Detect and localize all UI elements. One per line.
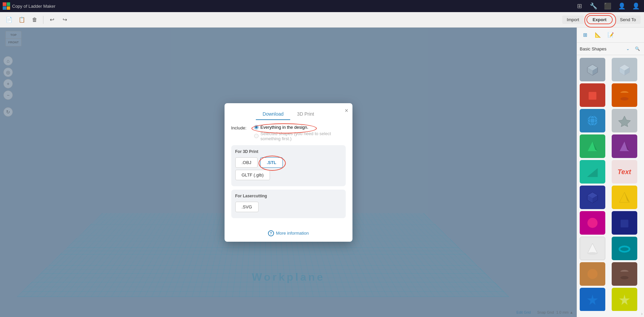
svg-point-11 bbox=[620, 97, 629, 101]
grid-icon-btn[interactable]: ⊞ bbox=[580, 30, 590, 40]
svg-marker-21 bbox=[587, 168, 598, 177]
shape-pyramid-purple[interactable] bbox=[612, 134, 637, 158]
svg-point-31 bbox=[587, 252, 598, 255]
shapes-button[interactable]: ⬛ bbox=[602, 1, 613, 11]
modal-body: Include: Everything in the design. Selec… bbox=[225, 120, 352, 226]
shapes-title: Basic Shapes bbox=[580, 46, 607, 51]
notes-icon-btn[interactable]: 📝 bbox=[605, 30, 616, 40]
grid-view-button[interactable]: ⊞ bbox=[574, 1, 585, 11]
shape-star-lime[interactable] bbox=[612, 288, 637, 311]
svg-point-12 bbox=[587, 116, 598, 126]
redo-button[interactable]: ↪ bbox=[59, 14, 70, 26]
shape-sphere-magenta[interactable] bbox=[580, 211, 605, 235]
top-bar: Copy of Ladder Maker ⊞ 🔧 ⬛ 👤 👤 bbox=[0, 0, 644, 12]
account-button[interactable]: 👤 bbox=[631, 1, 641, 11]
option-selected[interactable]: Selected shapes (you need to select some… bbox=[254, 131, 346, 141]
copy-button[interactable]: 📋 bbox=[16, 14, 28, 26]
sendto-button[interactable]: Send To bbox=[615, 15, 641, 24]
modal-footer: ? More information bbox=[225, 226, 352, 242]
section-3dprint-title: For 3D Print bbox=[235, 149, 342, 154]
radio-options: Everything in the design. Selected shape… bbox=[254, 125, 346, 141]
radio-selected[interactable] bbox=[254, 134, 259, 138]
tab-download[interactable]: Download bbox=[256, 109, 290, 120]
shape-pyramid-green[interactable] bbox=[580, 134, 605, 158]
shapes-dropdown-button[interactable]: ⌄ bbox=[624, 45, 632, 53]
btn-stl[interactable]: .STL bbox=[260, 157, 282, 168]
delete-button[interactable]: 🗑 bbox=[29, 14, 40, 26]
toolbar-separator bbox=[43, 16, 43, 24]
svg-marker-15 bbox=[618, 116, 631, 127]
btn-gltf[interactable]: GLTF (.glb) bbox=[235, 170, 270, 180]
app-logo: Copy of Ladder Maker bbox=[3, 2, 56, 10]
ruler-icon-btn[interactable]: 📐 bbox=[592, 30, 603, 40]
shape-wedge-cyan[interactable] bbox=[580, 160, 605, 184]
svg-point-36 bbox=[620, 276, 629, 279]
shape-cone-white[interactable] bbox=[580, 237, 605, 260]
export-button[interactable]: Export bbox=[586, 15, 612, 24]
modal-header: Download 3D Print × bbox=[225, 103, 352, 120]
shape-cube-blue2[interactable] bbox=[612, 211, 637, 235]
shape-cube-gray[interactable] bbox=[580, 58, 605, 81]
shapes-search-button[interactable]: 🔍 bbox=[633, 45, 641, 53]
more-info-link[interactable]: ? More information bbox=[268, 230, 309, 236]
undo-button[interactable]: ↩ bbox=[46, 14, 58, 26]
svg-point-28 bbox=[587, 218, 598, 228]
svg-marker-37 bbox=[587, 294, 598, 305]
shape-pyramid-yellow[interactable] bbox=[612, 186, 637, 209]
svg-rect-8 bbox=[588, 92, 597, 100]
canvas-area: TOP FRONT ⌂ ◎ + − ↻ Workplane Edit Grid … bbox=[0, 28, 577, 317]
shape-torus-teal[interactable] bbox=[612, 237, 637, 260]
app-title: Copy of Ladder Maker bbox=[12, 4, 56, 9]
modal-tabs: Download 3D Print bbox=[256, 109, 321, 120]
include-label: Include: bbox=[231, 125, 251, 130]
shape-cylinder-brown[interactable] bbox=[612, 262, 637, 286]
shape-cube-light[interactable] bbox=[612, 58, 637, 81]
svg-point-33 bbox=[587, 269, 598, 279]
modal-overlay: Download 3D Print × Include: Everything … bbox=[0, 28, 577, 317]
add-user-button[interactable]: 👤 bbox=[616, 1, 627, 11]
more-info-icon: ? bbox=[268, 230, 274, 236]
shapes-controls: ⌄ 🔍 bbox=[624, 45, 641, 53]
right-panel: ⊞ 📐 📝 Basic Shapes ⌄ 🔍 bbox=[577, 28, 644, 317]
format-btns-3d-2: GLTF (.glb) bbox=[235, 170, 342, 180]
shape-cube-red[interactable] bbox=[580, 83, 605, 107]
toolbar-right: Import Export Send To bbox=[562, 15, 641, 24]
more-info-label: More information bbox=[276, 231, 309, 236]
option-everything[interactable]: Everything in the design. bbox=[254, 125, 346, 130]
import-button[interactable]: Import bbox=[562, 15, 584, 24]
btn-obj[interactable]: .OBJ bbox=[235, 157, 258, 168]
shape-sphere-tan[interactable] bbox=[580, 262, 605, 286]
new-button[interactable]: 📄 bbox=[3, 14, 15, 26]
option-everything-label: Everything in the design. bbox=[261, 125, 308, 130]
export-button-wrapper: Export bbox=[586, 15, 612, 24]
shape-cube-navy[interactable] bbox=[580, 186, 605, 209]
option-selected-label: Selected shapes (you need to select some… bbox=[261, 131, 346, 141]
right-toolbar: ⊞ 📐 📝 bbox=[577, 28, 644, 43]
tab-3dprint[interactable]: 3D Print bbox=[290, 109, 321, 120]
tools-button[interactable]: 🔧 bbox=[588, 1, 599, 11]
shapes-grid: Text bbox=[577, 55, 644, 311]
svg-marker-30 bbox=[587, 243, 598, 253]
logo-grid bbox=[3, 2, 10, 10]
chevron-right-icon[interactable]: › bbox=[641, 311, 643, 316]
shape-cylinder-orange[interactable] bbox=[612, 83, 637, 107]
format-btns-3d: .OBJ .STL bbox=[235, 157, 342, 168]
shape-silver[interactable] bbox=[612, 109, 637, 132]
svg-point-32 bbox=[619, 246, 630, 252]
include-row: Include: Everything in the design. Selec… bbox=[231, 125, 346, 141]
svg-rect-29 bbox=[620, 220, 629, 228]
svg-marker-38 bbox=[619, 294, 630, 305]
shape-text-red[interactable]: Text bbox=[612, 160, 637, 184]
section-3dprint: For 3D Print .OBJ .STL GLTF (.glb) bbox=[231, 145, 346, 186]
format-btns-laser: .SVG bbox=[235, 202, 342, 212]
section-laser-title: For Lasercutting bbox=[235, 194, 342, 198]
topbar-right: ⊞ 🔧 ⬛ 👤 👤 bbox=[574, 1, 641, 11]
radio-everything[interactable] bbox=[254, 125, 259, 129]
modal-close-button[interactable]: × bbox=[345, 107, 348, 114]
shapes-more: › bbox=[577, 311, 644, 317]
btn-svg[interactable]: .SVG bbox=[235, 202, 259, 212]
shape-sphere-blue[interactable] bbox=[580, 109, 605, 132]
shape-star-blue[interactable] bbox=[580, 288, 605, 311]
main-toolbar: 📄 📋 🗑 ↩ ↪ Import Export Send To bbox=[0, 12, 644, 28]
main-area: TOP FRONT ⌂ ◎ + − ↻ Workplane Edit Grid … bbox=[0, 28, 644, 317]
